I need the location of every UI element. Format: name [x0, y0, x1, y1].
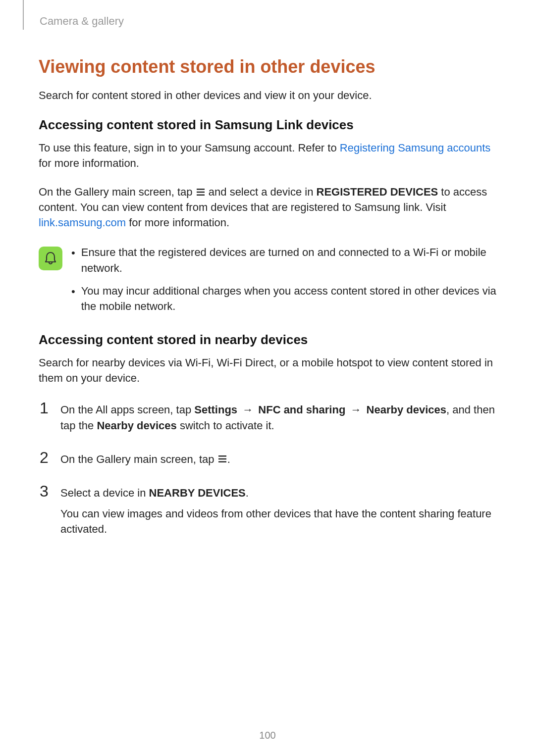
text-bold: Nearby devices	[97, 419, 176, 432]
note-item: • Ensure that the registered devices are…	[71, 245, 496, 276]
text: To use this feature, sign in to your Sam…	[39, 142, 340, 154]
arrow-icon: →	[347, 403, 364, 416]
svg-rect-1	[197, 191, 205, 192]
section2-intro: Search for nearby devices via Wi-Fi, Wi-…	[39, 355, 496, 386]
text: On the Gallery main screen, tap	[60, 453, 217, 465]
step-body: On the Gallery main screen, tap .	[60, 450, 496, 472]
step-body: On the All apps screen, tap Settings → N…	[60, 400, 496, 439]
section-heading-nearby: Accessing content stored in nearby devic…	[39, 332, 496, 348]
text: and select a device in	[206, 186, 317, 198]
page-corner-mark	[23, 0, 24, 30]
text: .	[227, 453, 230, 465]
note-bell-icon	[39, 247, 62, 270]
section-heading-samsung-link: Accessing content stored in Samsung Link…	[39, 117, 496, 133]
text: On the Gallery main screen, tap	[39, 186, 196, 198]
text-bold: Settings	[194, 403, 237, 416]
bullet-icon: •	[71, 283, 75, 315]
step-3: 3 Select a device in NEARBY DEVICES. You…	[39, 483, 496, 543]
section1-paragraph1: To use this feature, sign in to your Sam…	[39, 141, 496, 171]
text: switch to activate it.	[177, 419, 274, 432]
step-number: 2	[39, 450, 50, 472]
page-title: Viewing content stored in other devices	[39, 56, 496, 77]
text-bold: NFC and sharing	[258, 403, 345, 416]
link-registering-samsung-accounts[interactable]: Registering Samsung accounts	[340, 142, 491, 154]
step-number: 3	[39, 483, 50, 543]
text-bold: REGISTERED DEVICES	[317, 186, 438, 198]
note-items: • Ensure that the registered devices are…	[71, 245, 496, 322]
step-number: 1	[39, 400, 50, 439]
note-item: • You may incur additional charges when …	[71, 283, 496, 315]
step-extra-text: You can view images and videos from othe…	[60, 506, 496, 538]
page-number: 100	[0, 730, 535, 741]
text-bold: Nearby devices	[367, 403, 446, 416]
text: On the All apps screen, tap	[60, 403, 194, 416]
text: for more information.	[126, 216, 229, 229]
link-samsung-link[interactable]: link.samsung.com	[39, 216, 126, 229]
text: Select a device in	[60, 487, 149, 499]
svg-rect-5	[218, 461, 226, 462]
svg-rect-3	[218, 455, 226, 456]
breadcrumb: Camera & gallery	[40, 15, 496, 28]
bullet-icon: •	[71, 245, 75, 276]
intro-paragraph: Search for content stored in other devic…	[39, 88, 496, 103]
text: .	[246, 487, 249, 499]
note-text: Ensure that the registered devices are t…	[81, 245, 496, 276]
text-bold: NEARBY DEVICES	[149, 487, 246, 499]
menu-icon	[197, 189, 205, 196]
note-text: You may incur additional charges when yo…	[81, 283, 496, 315]
arrow-icon: →	[239, 403, 256, 416]
menu-icon	[218, 455, 226, 462]
svg-rect-2	[197, 194, 205, 195]
step-1: 1 On the All apps screen, tap Settings →…	[39, 400, 496, 439]
step-2: 2 On the Gallery main screen, tap .	[39, 450, 496, 472]
svg-rect-0	[197, 189, 205, 190]
step-body: Select a device in NEARBY DEVICES. You c…	[60, 483, 496, 543]
note-block: • Ensure that the registered devices are…	[39, 245, 496, 322]
svg-rect-4	[218, 458, 226, 459]
text: for more information.	[39, 157, 139, 169]
section1-paragraph2: On the Gallery main screen, tap and sele…	[39, 185, 496, 230]
page-content: Camera & gallery Viewing content stored …	[0, 0, 535, 542]
